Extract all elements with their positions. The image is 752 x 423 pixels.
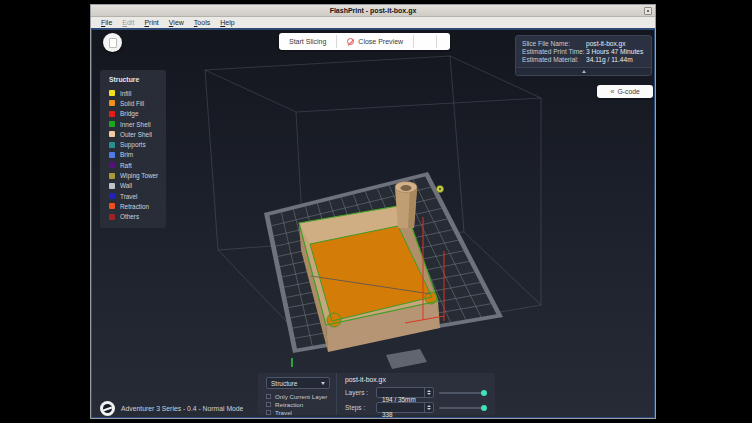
flashprint-window: FlashPrint - post-it-box.gx FileEditPrin… bbox=[90, 4, 656, 419]
legend-color-chip bbox=[109, 121, 115, 127]
legend-item: Retraction bbox=[109, 201, 162, 211]
gcode-button[interactable]: G-code bbox=[597, 85, 653, 98]
toolbar-empty-segment bbox=[437, 33, 450, 50]
steps-slider-track bbox=[439, 407, 485, 409]
legend-item: Wiping Tower bbox=[109, 170, 162, 180]
legend-items: InfillSolid FillBridgeInner ShellOuter S… bbox=[109, 88, 162, 222]
checkbox-label: Travel bbox=[275, 409, 292, 416]
legend-color-chip bbox=[109, 152, 115, 158]
prohibition-icon bbox=[347, 38, 354, 45]
preview-controls-panel: Structure Only Current LayerRetractionTr… bbox=[258, 373, 495, 415]
slice-info-label: Slice File Name: bbox=[522, 40, 586, 48]
preview-toolbar: Start Slicing Close Preview bbox=[279, 33, 450, 50]
layers-slider-thumb[interactable] bbox=[481, 390, 487, 396]
checkbox-label: Retraction bbox=[275, 401, 303, 408]
steps-label: Steps : bbox=[345, 404, 371, 411]
caret-down-icon bbox=[321, 382, 325, 385]
checkbox-box[interactable] bbox=[266, 394, 271, 399]
slice-info-value: 3 Hours 47 Minutes bbox=[586, 48, 643, 56]
steps-value: 338 bbox=[377, 411, 393, 418]
machine-status-text: Adventurer 3 Series - 0.4 - Normal Mode bbox=[121, 405, 243, 412]
checkbox-retraction[interactable]: Retraction bbox=[266, 400, 336, 408]
slice-info-rows: Slice File Name:post-it-box.gxEstimated … bbox=[516, 36, 651, 67]
menu-view[interactable]: View bbox=[164, 17, 189, 29]
layers-slider[interactable] bbox=[439, 388, 487, 398]
legend-title: Structure bbox=[109, 76, 162, 83]
spinner-down-icon bbox=[427, 408, 431, 410]
legend-color-chip bbox=[109, 90, 115, 96]
layers-spinner-buttons[interactable] bbox=[424, 388, 433, 397]
document-icon bbox=[109, 38, 117, 48]
window-title: FlashPrint - post-it-box.gx bbox=[330, 5, 417, 17]
legend-label: Others bbox=[120, 213, 139, 220]
chevrons-left-icon bbox=[610, 88, 614, 96]
legend-item: Solid Fill bbox=[109, 98, 162, 108]
slice-info-value: post-it-box.gx bbox=[586, 40, 626, 48]
steps-spinbox[interactable]: 338 bbox=[376, 402, 434, 413]
legend-label: Wall bbox=[120, 182, 132, 189]
legend-label: Inner Shell bbox=[120, 121, 151, 128]
checkbox-only-current-layer[interactable]: Only Current Layer bbox=[266, 392, 336, 400]
structure-dropdown[interactable]: Structure bbox=[266, 377, 330, 389]
structure-legend: Structure InfillSolid FillBridgeInner Sh… bbox=[100, 70, 166, 228]
checkbox-box[interactable] bbox=[266, 410, 271, 415]
legend-color-chip bbox=[109, 203, 115, 209]
legend-label: Bridge bbox=[120, 110, 138, 117]
start-slicing-label: Start Slicing bbox=[289, 38, 326, 45]
legend-color-chip bbox=[109, 131, 115, 137]
start-slicing-button[interactable]: Start Slicing bbox=[279, 33, 336, 50]
steps-row: Steps : 338 bbox=[345, 402, 487, 413]
slice-info-value: 34.11g / 11.44m bbox=[586, 56, 633, 64]
preview-checkboxes: Only Current LayerRetractionTravel bbox=[266, 392, 336, 416]
legend-color-chip bbox=[109, 173, 115, 179]
slice-info-row: Estimated Material:34.11g / 11.44m bbox=[516, 56, 651, 64]
menu-help[interactable]: Help bbox=[215, 17, 239, 29]
preview-controls-right: post-it-box.gx Layers : 194 / 35mm bbox=[336, 373, 495, 415]
legend-label: Outer Shell bbox=[120, 131, 152, 138]
machine-status: Adventurer 3 Series - 0.4 - Normal Mode bbox=[100, 401, 243, 416]
viewport-area: Start Slicing Close Preview Slice File N… bbox=[91, 29, 655, 418]
close-preview-button[interactable]: Close Preview bbox=[337, 33, 413, 50]
layers-row: Layers : 194 / 35mm bbox=[345, 387, 487, 398]
load-file-button[interactable] bbox=[103, 33, 122, 52]
legend-color-chip bbox=[109, 111, 115, 117]
legend-color-chip bbox=[109, 193, 115, 199]
checkbox-label: Only Current Layer bbox=[275, 393, 327, 400]
legend-label: Wiping Tower bbox=[120, 172, 158, 179]
legend-label: Travel bbox=[120, 193, 138, 200]
spinner-up-icon bbox=[427, 405, 431, 407]
close-preview-label: Close Preview bbox=[358, 38, 403, 45]
menu-tools[interactable]: Tools bbox=[189, 17, 215, 29]
legend-label: Infill bbox=[120, 90, 131, 97]
menu-edit: Edit bbox=[117, 17, 139, 29]
preview-file-name: post-it-box.gx bbox=[345, 376, 487, 383]
spinner-down-icon bbox=[427, 393, 431, 395]
legend-color-chip bbox=[109, 142, 115, 148]
viewport-3d[interactable] bbox=[91, 29, 655, 418]
steps-slider[interactable] bbox=[439, 403, 487, 413]
legend-color-chip bbox=[109, 100, 115, 106]
legend-color-chip bbox=[109, 162, 115, 168]
legend-item: Travel bbox=[109, 191, 162, 201]
title-bar: FlashPrint - post-it-box.gx bbox=[91, 5, 655, 17]
legend-item: Bridge bbox=[109, 109, 162, 119]
legend-color-chip bbox=[109, 183, 115, 189]
steps-slider-thumb[interactable] bbox=[481, 405, 487, 411]
layers-spinbox[interactable]: 194 / 35mm bbox=[376, 387, 434, 398]
menu-print[interactable]: Print bbox=[139, 17, 163, 29]
legend-label: Supports bbox=[120, 141, 146, 148]
legend-item: Raft bbox=[109, 160, 162, 170]
slice-info-collapse-handle[interactable] bbox=[516, 67, 651, 75]
toolbar-empty-segment bbox=[414, 33, 436, 50]
slice-info-label: Estimated Print Time: bbox=[522, 48, 586, 56]
legend-label: Brim bbox=[120, 151, 133, 158]
window-menu-button[interactable] bbox=[644, 7, 652, 15]
checkbox-travel[interactable]: Travel bbox=[266, 408, 336, 416]
legend-label: Solid Fill bbox=[120, 100, 144, 107]
caret-up-icon bbox=[582, 70, 586, 73]
legend-item: Wall bbox=[109, 181, 162, 191]
checkbox-box[interactable] bbox=[266, 402, 271, 407]
steps-spinner-buttons[interactable] bbox=[424, 403, 433, 412]
layers-label: Layers : bbox=[345, 389, 371, 396]
menu-file[interactable]: File bbox=[96, 17, 117, 29]
